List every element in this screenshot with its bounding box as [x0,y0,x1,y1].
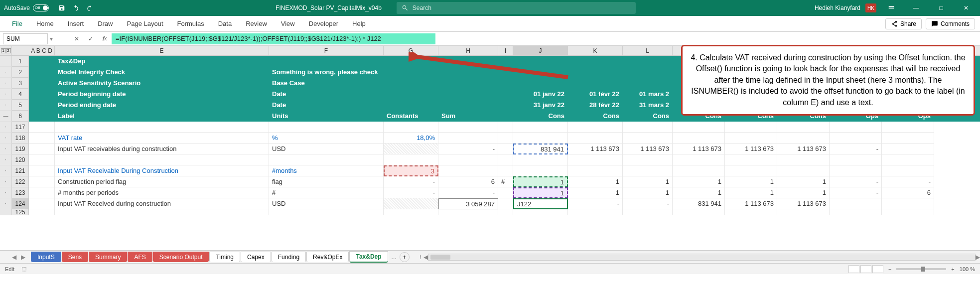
search-icon [402,4,409,11]
search-placeholder: Search [413,4,431,11]
annotation-callout: 4. Calculate VAT received during constru… [681,45,975,116]
col-l[interactable]: L [623,46,673,55]
col-f[interactable]: F [269,46,384,55]
col-k[interactable]: K [568,46,623,55]
maximize-button[interactable]: □ [931,0,951,16]
view-normal-icon[interactable] [848,265,859,273]
tab-insert[interactable]: Insert [61,16,91,32]
status-bar: Edit ⬚ − + 100 % [0,263,980,274]
formula-input[interactable]: =IF(ISNUMBER(OFFSET(J119;;$G$121/J123*-1… [112,33,435,44]
undo-icon[interactable] [71,3,81,13]
svg-rect-1 [889,7,894,8]
user-avatar[interactable]: HK [865,3,876,12]
close-button[interactable]: ✕ [956,0,976,16]
sheet-tab-inputs[interactable]: InputS [31,252,61,262]
share-button[interactable]: Share [885,18,922,29]
tab-next-icon[interactable]: ▶ [19,253,27,261]
tab-page-layout[interactable]: Page Layout [120,16,170,32]
row-120: · 120 [0,154,980,165]
filename[interactable]: FINEXMOD_Solar PV_CapitalMix_v04b [276,4,382,11]
search-box[interactable]: Search [397,2,636,14]
tab-review[interactable]: Review [239,16,274,32]
outline-col-1[interactable]: 12 [0,46,12,55]
minimize-button[interactable]: — [906,0,926,16]
fx-icon[interactable]: fx [99,33,111,44]
row-123: · 123 # months per periods # - - 1 1 1 1… [0,187,980,198]
tab-prev-icon[interactable]: ◀ [10,253,18,261]
svg-line-2 [414,56,568,77]
col-abcd[interactable]: A B C D [29,46,55,55]
share-icon [891,20,898,27]
sheet-tab-revopex[interactable]: Rev&OpEx [306,252,349,262]
tab-nav: ◀ ▶ [10,253,27,261]
sheet-tab-summary[interactable]: Summary [89,252,127,262]
tab-view[interactable]: View [274,16,302,32]
sheet-tab-capex[interactable]: Capex [241,252,271,262]
row-117: · 117 [0,122,980,133]
annotation-arrow [409,52,573,82]
tab-draw[interactable]: Draw [91,16,120,32]
row-125: 125 [0,209,980,215]
sheet-tabs: ◀ ▶ InputS Sens Summary AFS Scenario Out… [0,250,980,263]
sheet-tab-timing[interactable]: Timing [209,252,240,262]
col-e[interactable]: E [55,46,269,55]
formula-bar: SUM ▾ ✕ ✓ fx =IF(ISNUMBER(OFFSET(J119;;$… [0,32,980,46]
redo-icon[interactable] [85,3,95,13]
name-box[interactable]: SUM [3,33,48,44]
tab-file[interactable]: File [5,16,29,32]
tab-help[interactable]: Help [345,16,373,32]
sheet-tab-sens[interactable]: Sens [62,252,88,262]
comments-button[interactable]: Comments [926,18,975,29]
outline-r1[interactable] [0,56,12,67]
zoom-slider[interactable] [896,268,946,270]
user-area: Hedieh Kianyfard HK — □ ✕ [815,0,976,16]
sheet-tab-afs[interactable]: AFS [128,252,152,262]
zoom-level[interactable]: 100 % [960,266,975,272]
ribbon: File Home Insert Draw Page Layout Formul… [0,16,980,32]
comment-icon [931,20,938,27]
tab-data[interactable]: Data [211,16,239,32]
autosave-toggle[interactable]: Off [33,4,49,11]
sheet-tab-taxdep[interactable]: Tax&Dep [349,251,388,263]
cancel-formula-icon[interactable]: ✕ [71,33,83,44]
enter-formula-icon[interactable]: ✓ [85,33,97,44]
sheet-tab-scenario[interactable]: Scenario Output [153,252,209,262]
sheet-tab-funding[interactable]: Funding [272,252,306,262]
active-cell[interactable]: J122 [513,198,568,209]
select-all[interactable] [12,46,29,55]
ribbon-options-icon[interactable] [881,0,901,16]
row-119: · 119 Input VAT receivables during const… [0,144,980,154]
titlebar: AutoSave Off FINEXMOD_Solar PV_CapitalMi… [0,0,980,16]
sheet-tab-more[interactable]: ... [392,254,397,261]
tab-formulas[interactable]: Formulas [170,16,211,32]
rowhdr-1[interactable]: 1 [12,56,29,67]
zoom-out-icon[interactable]: − [888,266,891,272]
autosave-label: AutoSave [4,4,30,11]
row-121: · 121 Input VAT Receivable During Constr… [0,165,980,176]
view-buttons [848,265,883,273]
user-name[interactable]: Hedieh Kianyfard [815,4,860,11]
h-scrollbar[interactable]: ⁞ ◀ ▶ [420,254,980,261]
status-mode: Edit [5,266,14,272]
svg-rect-0 [889,6,894,7]
add-sheet-button[interactable]: + [400,252,410,262]
view-page-layout-icon[interactable] [860,265,871,273]
tab-home[interactable]: Home [29,16,61,32]
row-124: · 124 Input VAT Received during construc… [0,198,980,209]
tab-developer[interactable]: Developer [302,16,345,32]
row-122: · 122 Construction period flag flag - 6 … [0,176,980,187]
save-icon[interactable] [57,3,67,13]
view-page-break-icon[interactable] [872,265,883,273]
titlebar-center: FINEXMOD_Solar PV_CapitalMix_v04b Search [97,2,815,14]
autosave-group: AutoSave Off [4,4,49,11]
macro-record-icon[interactable]: ⬚ [21,266,26,272]
zoom-in-icon[interactable]: + [951,266,954,272]
row-118: · 118 VAT rate % 18,0% [0,133,980,144]
